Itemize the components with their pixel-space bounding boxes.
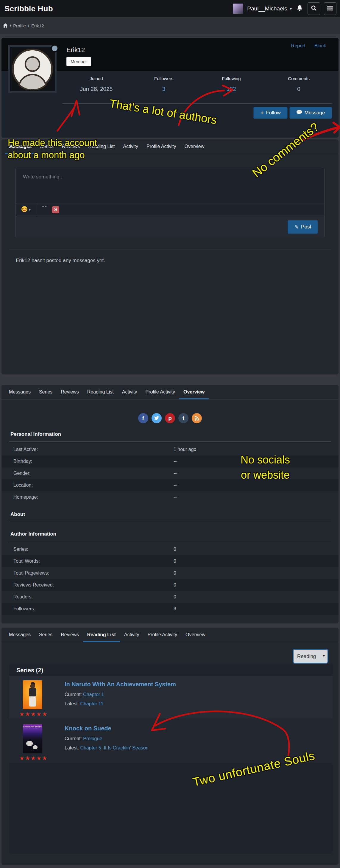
toolbar-divider	[36, 204, 36, 216]
emoji-picker-button[interactable]: ▾	[21, 206, 31, 214]
tab-reading-list[interactable]: Reading List	[84, 140, 119, 154]
message-button[interactable]: Message	[290, 107, 332, 119]
reading-filter-select[interactable]: Reading	[293, 649, 329, 664]
info-row-reviews-received: Reviews Received: 0	[1, 579, 339, 591]
online-status-dot	[50, 44, 59, 53]
item-thumb-column: KNOCK ON SUEDE ★★★★★	[19, 724, 49, 762]
tab-profile-activity[interactable]: Profile Activity	[141, 385, 179, 399]
current-chapter-link[interactable]: Chapter 1	[83, 692, 104, 697]
info-row-gender: Gender: --	[1, 467, 339, 479]
pinterest-icon[interactable]: p	[165, 413, 175, 423]
tab-profile-activity[interactable]: Profile Activity	[142, 140, 180, 154]
tab-overview[interactable]: Overview	[180, 140, 209, 154]
profile-page: Scribble Hub Paul__Michaels ▾ /	[0, 0, 340, 868]
series-cover-naruto[interactable]	[23, 680, 42, 709]
tab-messages[interactable]: Messages	[5, 140, 36, 154]
tab-activity[interactable]: Activity	[119, 140, 142, 154]
tab-series[interactable]: Series	[35, 628, 57, 642]
tab-messages[interactable]: Messages	[5, 385, 35, 399]
tab-overview[interactable]: Overview	[179, 385, 209, 399]
tabbar-messages: Messages Series Reviews Reading List Act…	[1, 140, 339, 154]
info-row-location: Location: --	[1, 479, 339, 491]
stat-following: Following 122	[198, 76, 265, 92]
current-chapter-row: Current: Chapter 1	[65, 692, 176, 697]
breadcrumb: / Profile / Erik12	[0, 17, 340, 34]
tab-reviews[interactable]: Reviews	[58, 140, 84, 154]
profile-stats: Joined Jun 28, 2025 Followers 3 Followin…	[63, 76, 333, 92]
stat-comments: Comments 0	[265, 76, 333, 92]
tab-reviews[interactable]: Reviews	[57, 628, 83, 642]
item-info: Knock on Suede Current: Prologue Latest:…	[65, 724, 148, 762]
message-input[interactable]	[16, 168, 324, 203]
reading-list-section: Messages Series Reviews Reading List Act…	[1, 628, 339, 865]
overview-section: Messages Series Reviews Reading List Act…	[1, 385, 339, 623]
tab-reading-list[interactable]: Reading List	[83, 385, 118, 399]
follow-button[interactable]: + Follow	[253, 107, 287, 119]
pencil-icon: ✎	[295, 224, 299, 230]
navbar-right: Paul__Michaels ▾	[233, 2, 336, 15]
tab-activity[interactable]: Activity	[120, 628, 143, 642]
menu-button[interactable]	[324, 2, 336, 15]
post-button[interactable]: ✎ Post	[287, 220, 318, 234]
section-divider	[9, 541, 331, 541]
breadcrumb-item-profile[interactable]: Profile	[13, 23, 26, 28]
info-row-homepage: Homepage: --	[1, 491, 339, 503]
chevron-down-icon[interactable]: ▾	[290, 6, 292, 11]
profile-header-card: Erik12 Member Report Block Joined Jun 28…	[1, 38, 339, 137]
latest-chapter-row: Latest: Chapter 11	[65, 701, 176, 707]
info-row-total-words: Total Words: 0	[1, 555, 339, 567]
plus-icon: +	[260, 110, 264, 116]
facebook-icon[interactable]: f	[138, 413, 148, 423]
post-composer: ▾ “ S ✎ Post	[15, 168, 325, 238]
tumblr-icon[interactable]: t	[178, 413, 189, 423]
tabbar-overview: Messages Series Reviews Reading List Act…	[1, 385, 339, 399]
report-link[interactable]: Report	[291, 43, 305, 49]
home-icon[interactable]	[3, 23, 8, 29]
notifications-bell-icon[interactable]	[296, 4, 303, 13]
search-button[interactable]	[308, 2, 320, 15]
rss-icon[interactable]	[192, 413, 202, 423]
latest-chapter-link[interactable]: Chapter 5: It Is Cracklin' Season	[80, 745, 148, 750]
breadcrumb-item-user: Erik12	[31, 23, 44, 28]
section-divider	[9, 521, 331, 521]
quote-icon[interactable]: “	[42, 207, 48, 213]
hamburger-icon	[327, 6, 333, 11]
chevron-down-icon: ▾	[29, 208, 31, 212]
series-count-header: Series (2)	[9, 664, 333, 676]
section-divider	[9, 441, 331, 442]
series-cover-knock-on-suede[interactable]: KNOCK ON SUEDE	[23, 724, 42, 753]
stats-divider	[63, 103, 333, 104]
tab-series[interactable]: Series	[36, 140, 58, 154]
stat-joined: Joined Jun 28, 2025	[63, 76, 130, 92]
composer-footer: ✎ Post	[16, 216, 324, 238]
latest-chapter-link[interactable]: Chapter 11	[80, 701, 103, 706]
spoiler-icon[interactable]: S	[52, 206, 59, 213]
report-block-links: Report Block	[291, 43, 326, 49]
breadcrumb-separator: /	[10, 23, 11, 28]
tab-series[interactable]: Series	[35, 385, 57, 399]
series-title-link[interactable]: Knock on Suede	[65, 725, 148, 732]
info-row-followers: Followers: 3	[1, 603, 339, 615]
twitter-icon[interactable]	[151, 413, 162, 423]
latest-chapter-row: Latest: Chapter 5: It Is Cracklin' Seaso…	[65, 745, 148, 751]
tab-activity[interactable]: Activity	[118, 385, 141, 399]
info-row-birthday: Birthday: --	[1, 456, 339, 467]
tab-messages[interactable]: Messages	[5, 628, 35, 642]
member-badge: Member	[66, 57, 91, 66]
rating-stars: ★★★★★	[19, 755, 49, 762]
block-link[interactable]: Block	[314, 43, 326, 49]
reading-list-item: KNOCK ON SUEDE ★★★★★ Knock on Suede Curr…	[9, 718, 333, 763]
composer-toolbar: ▾ “ S	[16, 203, 324, 216]
personal-information-table: Last Active: 1 hour ago Birthday: -- Gen…	[1, 443, 339, 503]
user-avatar[interactable]	[233, 4, 243, 14]
series-title-link[interactable]: In Naruto With An Achievement System	[65, 681, 176, 688]
username-menu[interactable]: Paul__Michaels	[247, 5, 287, 12]
site-logo[interactable]: Scribble Hub	[4, 4, 53, 13]
tab-overview[interactable]: Overview	[181, 628, 210, 642]
profile-avatar[interactable]	[8, 45, 57, 93]
tab-reviews[interactable]: Reviews	[57, 385, 83, 399]
tab-profile-activity[interactable]: Profile Activity	[143, 628, 181, 642]
current-chapter-link[interactable]: Prologue	[83, 736, 102, 741]
tab-reading-list[interactable]: Reading List	[83, 628, 120, 642]
social-icons-row: f p t	[1, 413, 339, 423]
